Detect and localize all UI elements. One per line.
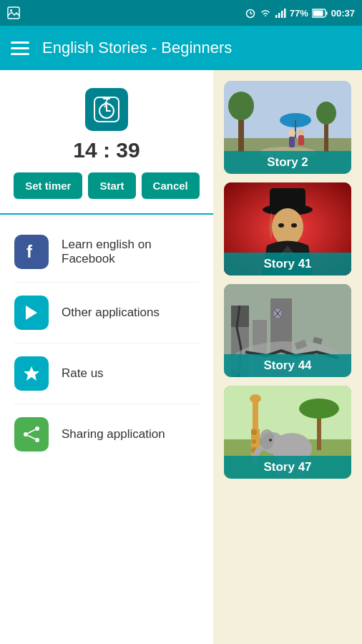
story2-card[interactable]: Story 2: [224, 81, 351, 174]
share-label: Sharing application: [62, 427, 165, 441]
share-menu-item[interactable]: Sharing application: [14, 404, 199, 464]
story2-label: Story 2: [224, 151, 351, 174]
time-display: 00:37: [331, 8, 355, 19]
svg-point-21: [24, 432, 28, 436]
battery-icon: [312, 9, 328, 18]
svg-point-62: [250, 394, 261, 403]
svg-rect-8: [284, 9, 286, 18]
svg-point-28: [228, 92, 254, 120]
right-panel: Story 2: [213, 70, 362, 644]
svg-marker-19: [24, 366, 39, 381]
svg-point-30: [316, 102, 336, 125]
svg-text:f: f: [26, 242, 33, 261]
timer-display: 14 : 39: [73, 138, 140, 162]
svg-point-69: [269, 439, 272, 441]
rate-star-icon: [14, 356, 49, 391]
status-left: [7, 6, 20, 19]
share-icon: [14, 417, 49, 452]
signal-icon: [275, 7, 286, 19]
battery-text: 77%: [290, 8, 308, 19]
svg-rect-7: [281, 11, 283, 18]
timer-clock-icon: [93, 96, 120, 123]
svg-point-36: [298, 130, 304, 135]
playstore-label: Other applications: [62, 306, 160, 320]
facebook-menu-item[interactable]: f Learn english on Facebook: [14, 222, 199, 283]
svg-point-42: [272, 208, 303, 245]
story44-label: Story 44: [224, 354, 351, 377]
rate-menu-item[interactable]: Rate us: [14, 343, 199, 404]
svg-rect-37: [298, 135, 304, 145]
svg-point-68: [260, 429, 274, 449]
svg-rect-0: [8, 7, 19, 19]
svg-line-23: [28, 430, 35, 434]
svg-rect-35: [289, 137, 295, 147]
timer-section: 14 : 39 Set timer Start Cancel: [0, 88, 213, 215]
wifi-icon: [260, 7, 271, 19]
story44-card[interactable]: Story 44: [224, 284, 351, 377]
svg-point-43: [278, 223, 284, 228]
svg-point-64: [252, 439, 256, 444]
svg-point-59: [299, 399, 339, 419]
top-bar: English Stories - Beginners: [0, 26, 362, 70]
svg-point-22: [35, 438, 39, 442]
story41-label: Story 41: [224, 253, 351, 275]
playstore-icon: [14, 296, 49, 330]
story47-card[interactable]: Story 47: [224, 386, 351, 479]
status-bar: 77% 00:37: [0, 0, 362, 26]
rate-label: Rate us: [62, 366, 104, 381]
story41-card[interactable]: Story 41: [224, 182, 351, 275]
image-icon: [7, 6, 20, 19]
start-timer-button[interactable]: Start: [88, 172, 135, 199]
svg-marker-18: [26, 306, 37, 320]
svg-point-44: [291, 223, 297, 228]
svg-rect-10: [326, 11, 327, 15]
app-title: English Stories - Beginners: [42, 39, 232, 57]
timer-icon-box: [85, 88, 128, 131]
playstore-menu-item[interactable]: Other applications: [14, 283, 199, 343]
status-right: 77% 00:37: [245, 7, 355, 19]
set-timer-button[interactable]: Set timer: [14, 172, 82, 199]
facebook-icon: f: [14, 235, 49, 269]
svg-rect-5: [275, 15, 278, 18]
main-layout: 14 : 39 Set timer Start Cancel f Learn e…: [0, 70, 362, 644]
svg-point-34: [288, 130, 295, 137]
menu-items: f Learn english on Facebook Other applic…: [0, 215, 213, 472]
cancel-timer-button[interactable]: Cancel: [142, 172, 200, 199]
svg-point-20: [35, 426, 39, 431]
story47-label: Story 47: [224, 456, 351, 479]
left-panel: 14 : 39 Set timer Start Cancel f Learn e…: [0, 70, 213, 644]
svg-point-1: [10, 9, 12, 11]
svg-rect-6: [278, 13, 280, 18]
svg-rect-41: [270, 188, 305, 211]
svg-rect-11: [313, 10, 323, 16]
timer-buttons: Set timer Start Cancel: [14, 172, 200, 199]
facebook-label: Learn english on Facebook: [62, 238, 199, 266]
alarm-icon: [245, 7, 256, 19]
svg-point-63: [251, 429, 257, 435]
svg-line-24: [28, 436, 35, 439]
menu-button[interactable]: [11, 42, 29, 55]
